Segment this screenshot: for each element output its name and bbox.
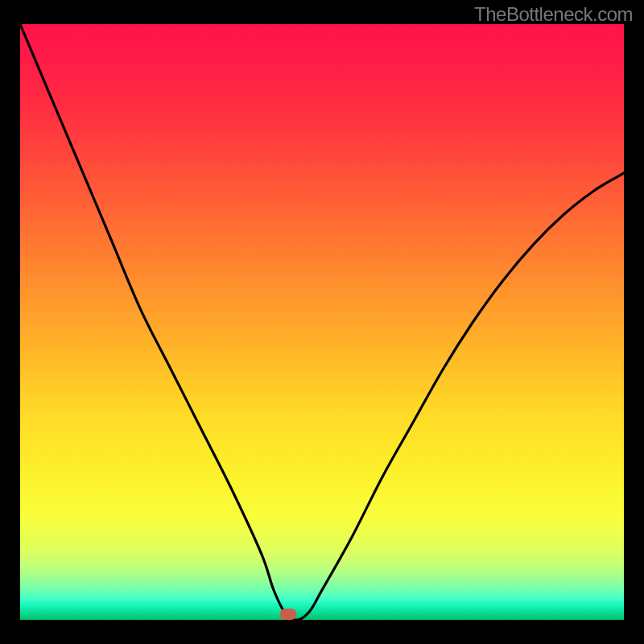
watermark-label: TheBottleneck.com xyxy=(474,3,633,26)
minimum-marker xyxy=(280,609,296,620)
chart-container: TheBottleneck.com xyxy=(0,0,644,644)
plot-area xyxy=(20,24,624,620)
bottleneck-curve xyxy=(20,24,624,620)
